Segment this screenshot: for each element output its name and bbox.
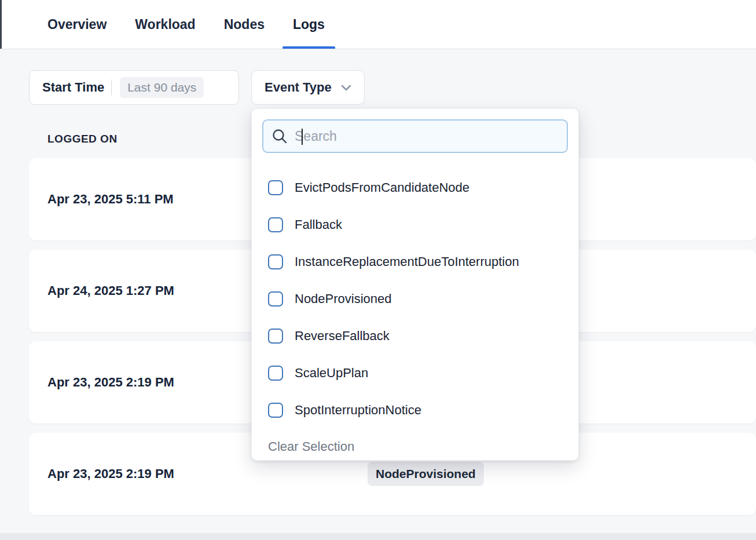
clear-selection-button[interactable]: Clear Selection (252, 439, 578, 454)
event-type-dropdown: EvictPodsFromCandidateNode Fallback Inst… (251, 108, 579, 461)
event-type-options: EvictPodsFromCandidateNode Fallback Inst… (252, 163, 578, 429)
option-label: ScaleUpPlan (295, 366, 368, 381)
logged-on-value: Apr 24, 2025 1:27 PM (47, 283, 174, 298)
option-label: EvictPodsFromCandidateNode (295, 180, 469, 195)
search-icon (271, 128, 288, 144)
checkbox[interactable] (268, 291, 283, 307)
event-type-label: Event Type (265, 80, 332, 95)
search-input[interactable] (295, 129, 559, 144)
filter-bar: Start Time Last 90 days Event Type (29, 70, 756, 105)
dropdown-option-spotinterruptionnotice[interactable]: SpotInterruptionNotice (252, 392, 578, 429)
start-time-filter-button[interactable]: Start Time Last 90 days (29, 70, 239, 105)
tab-overview[interactable]: Overview (47, 0, 107, 49)
chevron-down-icon (341, 85, 351, 91)
checkbox[interactable] (268, 254, 283, 269)
option-label: SpotInterruptionNotice (295, 403, 421, 418)
logs-page: Overview Workload Nodes Logs Start Time … (0, 0, 756, 540)
logged-on-value: Apr 23, 2025 2:19 PM (47, 375, 174, 390)
checkbox[interactable] (268, 366, 283, 381)
dropdown-option-nodeprovisioned[interactable]: NodeProvisioned (252, 280, 578, 318)
dropdown-option-fallback[interactable]: Fallback (252, 206, 578, 243)
start-time-label: Start Time (42, 80, 104, 95)
tab-nodes[interactable]: Nodes (224, 0, 265, 49)
dropdown-option-instancereplacementduetointerruption[interactable]: InstanceReplacementDueToInterruption (252, 243, 578, 280)
option-label: InstanceReplacementDueToInterruption (295, 254, 519, 269)
dropdown-option-evictpodsfromcandidatenode[interactable]: EvictPodsFromCandidateNode (252, 169, 578, 206)
panel-edge (0, 0, 2, 49)
top-nav: Overview Workload Nodes Logs (0, 0, 756, 49)
logged-on-value: Apr 23, 2025 2:19 PM (47, 466, 174, 481)
start-time-value: Last 90 days (120, 77, 204, 98)
search-box (262, 119, 568, 153)
dropdown-option-scaleupplan[interactable]: ScaleUpPlan (252, 355, 578, 392)
logged-on-value: Apr 23, 2025 5:11 PM (47, 192, 174, 207)
tab-bar: Overview Workload Nodes Logs (0, 0, 756, 49)
tab-logs[interactable]: Logs (293, 0, 325, 49)
filter-divider (111, 79, 112, 96)
dropdown-option-reversefallback[interactable]: ReverseFallback (252, 318, 578, 355)
checkbox[interactable] (268, 217, 283, 232)
checkbox[interactable] (268, 180, 283, 195)
bottom-strip (0, 533, 756, 540)
option-label: Fallback (295, 217, 342, 232)
text-caret (302, 129, 303, 145)
event-type-badge: NodeProvisioned (368, 462, 484, 486)
checkbox[interactable] (268, 329, 283, 344)
event-type-filter-button[interactable]: Event Type (251, 70, 365, 105)
checkbox[interactable] (268, 403, 283, 418)
option-label: ReverseFallback (295, 329, 390, 344)
option-label: NodeProvisioned (295, 291, 392, 307)
tab-workload[interactable]: Workload (135, 0, 195, 49)
